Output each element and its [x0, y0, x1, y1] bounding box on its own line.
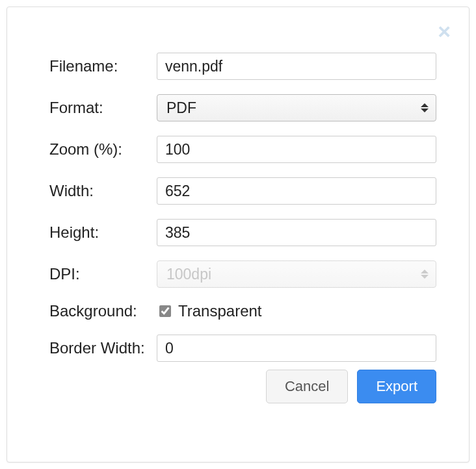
control-background: Transparent — [157, 302, 449, 320]
export-form: Filename: Format: PDF Zoom (% — [27, 53, 449, 362]
control-zoom — [157, 136, 449, 163]
label-height: Height: — [27, 223, 157, 242]
control-width — [157, 177, 449, 205]
zoom-input[interactable] — [157, 136, 436, 163]
row-zoom: Zoom (%): — [27, 136, 449, 163]
border-width-input[interactable] — [157, 335, 436, 362]
control-height — [157, 219, 449, 246]
dpi-select-wrap: 100dpi — [157, 260, 436, 288]
row-width: Width: — [27, 177, 449, 205]
transparent-label: Transparent — [178, 302, 262, 320]
control-dpi: 100dpi — [157, 260, 449, 288]
label-zoom: Zoom (%): — [27, 140, 157, 158]
control-filename — [157, 53, 449, 80]
row-height: Height: — [27, 219, 449, 246]
export-dialog: × Filename: Format: PDF — [7, 6, 469, 463]
label-dpi: DPI: — [27, 265, 157, 283]
row-format: Format: PDF — [27, 94, 449, 121]
height-input[interactable] — [157, 219, 436, 246]
label-width: Width: — [27, 182, 157, 200]
cancel-button[interactable]: Cancel — [266, 370, 348, 403]
control-format: PDF — [157, 94, 449, 121]
dialog-footer: Cancel Export — [266, 370, 436, 403]
close-icon[interactable]: × — [438, 20, 451, 42]
row-border-width: Border Width: — [27, 335, 449, 362]
export-button[interactable]: Export — [357, 370, 436, 403]
label-format: Format: — [27, 99, 157, 117]
transparent-checkbox[interactable] — [159, 305, 171, 317]
label-border-width: Border Width: — [27, 339, 157, 357]
row-dpi: DPI: 100dpi — [27, 260, 449, 288]
dpi-select: 100dpi — [157, 260, 436, 288]
label-background: Background: — [27, 302, 157, 320]
format-select-wrap: PDF — [157, 94, 436, 121]
filename-input[interactable] — [157, 53, 436, 80]
row-filename: Filename: — [27, 53, 449, 80]
control-border-width — [157, 335, 449, 362]
label-filename: Filename: — [27, 57, 157, 75]
format-select[interactable]: PDF — [157, 94, 436, 121]
transparent-checkbox-wrap[interactable]: Transparent — [157, 302, 436, 320]
row-background: Background: Transparent — [27, 302, 449, 320]
width-input[interactable] — [157, 177, 436, 205]
